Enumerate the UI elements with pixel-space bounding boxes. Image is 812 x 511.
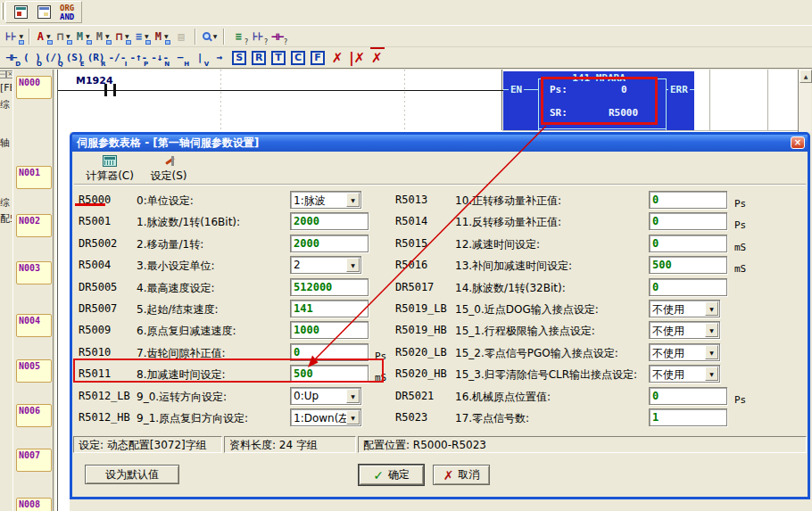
monitor-timer-button[interactable]: M▼ xyxy=(93,27,112,45)
param-input[interactable]: 0 xyxy=(649,387,727,405)
menu-settings[interactable]: 设定(S) xyxy=(145,155,192,184)
edit-comment-button[interactable]: A▼ xyxy=(34,27,54,45)
coil-not-button[interactable]: (/)Q xyxy=(43,48,64,67)
rung-header-n006[interactable]: N006 xyxy=(16,404,52,427)
instruction-r-button[interactable]: R xyxy=(249,48,269,67)
set-default-button[interactable]: 设为默认值 xyxy=(85,465,179,484)
ladder-symbol-window-button[interactable] xyxy=(34,4,55,22)
monitor-contact-button[interactable]: ⊓▼ xyxy=(54,27,73,45)
contact-symbol[interactable] xyxy=(113,84,116,96)
param-select[interactable]: 不使用▼ xyxy=(649,365,720,383)
contact-symbol[interactable] xyxy=(104,84,107,96)
close-icon[interactable]: × xyxy=(791,136,805,149)
instruction-t-button[interactable]: T xyxy=(269,48,288,67)
rung-header-n005[interactable]: N005 xyxy=(16,359,52,383)
dropdown-button[interactable]: ▼ xyxy=(346,389,360,403)
register-name: R5013 xyxy=(395,194,427,206)
insert-rung-button[interactable]: ⊦⊦▼ xyxy=(4,27,25,45)
rising-edge-button[interactable]: -↑-P xyxy=(128,48,149,67)
monitor-register-button[interactable]: M▼ xyxy=(152,27,171,45)
param-input[interactable]: 512000 xyxy=(290,278,369,296)
arrow-line-button[interactable]: → xyxy=(210,48,229,67)
rung-header-n007[interactable]: N007 xyxy=(16,449,52,472)
monitor-list-button[interactable]: ≡▼ xyxy=(132,27,152,45)
register-name: R5016 xyxy=(395,259,427,271)
dropdown-button[interactable]: ▼ xyxy=(705,301,718,316)
delete-line-button[interactable]: ✗ xyxy=(367,48,386,67)
status-rung-button[interactable]: ⊦⊦? xyxy=(248,27,268,45)
dropdown-button[interactable]: ▼ xyxy=(705,345,718,359)
vertical-line-button[interactable]: |V xyxy=(190,48,210,67)
data-card-button[interactable]: ▤ xyxy=(171,27,191,45)
param-input[interactable]: 0 xyxy=(649,278,727,296)
contact-not-button[interactable]: -/-I xyxy=(107,48,128,67)
status-contact-button[interactable]: ⊣⊢? xyxy=(268,27,287,45)
dialog-titlebar[interactable]: 伺服参数表格 - [第一轴伺服参数设置] xyxy=(72,135,808,152)
dropdown-button[interactable]: ▼ xyxy=(705,323,718,337)
ok-button[interactable]: ✓ 确定 xyxy=(359,465,424,485)
rung-header-n001[interactable]: N001 xyxy=(16,166,52,189)
param-input[interactable]: 0 xyxy=(649,235,727,252)
grid-line xyxy=(767,70,768,130)
toolbar-grip[interactable] xyxy=(1,3,4,20)
instruction-c-button[interactable]: C xyxy=(288,48,308,67)
param-select[interactable]: 2▼ xyxy=(290,256,361,274)
coil-out-button[interactable]: ( )O xyxy=(21,48,43,67)
dropdown-button[interactable]: ▼ xyxy=(346,258,360,272)
param-row-r5023: R502317.零点信号数:1 xyxy=(395,408,806,430)
rung-header-n008[interactable]: N008 xyxy=(16,498,52,511)
rung-label: N005 xyxy=(19,361,40,371)
dropdown-button[interactable]: ▼ xyxy=(705,367,718,381)
horizontal-line-button[interactable]: —H xyxy=(170,48,190,67)
falling-edge-button[interactable]: -↓-N xyxy=(149,48,170,67)
io-comment-button[interactable] xyxy=(11,4,32,22)
status-register-range: 配置位置: R5000-R5023 xyxy=(358,436,807,453)
status-list-button[interactable]: ≡? xyxy=(228,27,248,45)
dropdown-button[interactable]: ▼ xyxy=(346,410,360,424)
rung-header-n000[interactable]: N000 xyxy=(16,76,52,99)
toolbar-separator xyxy=(195,29,196,45)
param-input[interactable]: 1 xyxy=(649,408,727,426)
selected-value: 不使用 xyxy=(652,324,684,339)
delete-vertical-button[interactable]: |✗ xyxy=(347,48,367,67)
dock-minimize-button[interactable]: — xyxy=(0,70,6,78)
param-select[interactable]: 0:Up▼ xyxy=(290,387,361,405)
param-select[interactable]: 1:脉波▼ xyxy=(290,191,361,209)
param-select[interactable]: 不使用▼ xyxy=(649,343,720,361)
param-input[interactable]: 141 xyxy=(290,300,369,317)
coil-set-button[interactable]: (S)E xyxy=(64,48,86,67)
contact-no-button[interactable]: ⊣⊢D xyxy=(2,48,21,67)
monitor-device-button[interactable]: M▼ xyxy=(73,27,93,45)
vertical-scrollbar[interactable]: ▲ xyxy=(798,70,811,132)
param-label: 15_3.归零清除信号CLR输出接点设定: xyxy=(455,367,637,383)
delete-button[interactable]: ✗ xyxy=(327,48,347,67)
param-input[interactable]: 0 xyxy=(649,191,727,209)
coil-reset-button[interactable]: (R)R xyxy=(86,48,107,67)
calculator-icon xyxy=(103,155,117,167)
param-select[interactable]: 不使用▼ xyxy=(649,321,720,339)
param-input[interactable]: 1000 xyxy=(290,321,369,339)
register-name: R5015 xyxy=(395,237,427,250)
rung-header-n004[interactable]: N004 xyxy=(16,314,52,337)
param-input[interactable]: 2000 xyxy=(290,235,369,252)
dropdown-button[interactable]: ▼ xyxy=(346,193,360,207)
param-input[interactable]: 0 xyxy=(649,212,727,230)
monitor-contact-a-button[interactable]: ⊓▼ xyxy=(112,27,132,45)
instruction-s-button[interactable]: S xyxy=(229,48,249,67)
scroll-up-button[interactable]: ▲ xyxy=(800,70,812,83)
param-label: 3.最小设定单位: xyxy=(137,259,215,274)
cancel-button[interactable]: ✗ 取消 xyxy=(433,465,490,485)
rung-header-n003[interactable]: N003 xyxy=(16,261,52,284)
param-select[interactable]: 不使用▼ xyxy=(649,300,720,317)
grid-line xyxy=(709,70,710,130)
instruction-f-button[interactable]: F xyxy=(308,48,327,67)
param-input[interactable]: 500 xyxy=(649,256,727,274)
find-monitor-button[interactable]: ▼ xyxy=(200,27,220,45)
param-input[interactable]: 2000 xyxy=(290,212,369,230)
menu-calculator[interactable]: 计算器(C) xyxy=(81,155,138,184)
param-select[interactable]: 1:Down(左)▼ xyxy=(290,408,361,426)
rung-header-n002[interactable]: N002 xyxy=(16,214,52,237)
register-name: DR5007 xyxy=(79,302,117,315)
mnemonic-letter: E xyxy=(80,61,85,68)
param-row-r5015: R501512.减速时间设定:0mS xyxy=(395,235,806,256)
